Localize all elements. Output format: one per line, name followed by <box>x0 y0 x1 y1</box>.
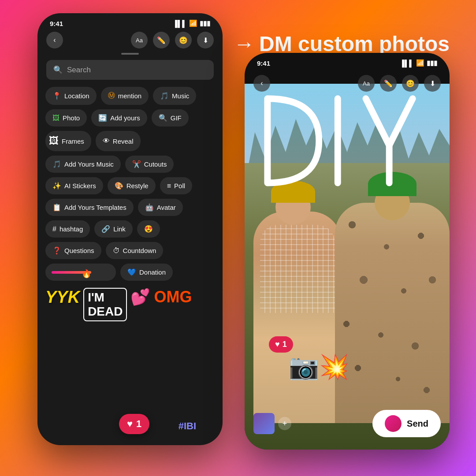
time-right: 9:41 <box>257 60 270 67</box>
sticker-button-right[interactable]: 😊 <box>402 75 419 92</box>
draw-button-right[interactable]: ✏️ <box>380 75 397 92</box>
chips-container: 📍 Location Ⓜ mention 🎵 Music 🖼 Photo 🔄 A… <box>37 87 223 281</box>
poll-label: Poll <box>174 182 185 190</box>
poll-chip[interactable]: ≡ Poll <box>160 177 192 194</box>
add-yours-music-chip[interactable]: 🎵 Add Yours Music <box>45 156 121 173</box>
top-toolbar-left: ‹ Aa ✏️ 😊 ⬇ <box>37 27 223 53</box>
add-photo-button[interactable]: + <box>278 417 291 430</box>
add-yours-templates-icon: 📋 <box>52 203 61 212</box>
link-chip[interactable]: 🔗 Link <box>94 220 133 238</box>
font-button[interactable]: Aa <box>131 32 148 48</box>
emoji-icon: 😍 <box>144 225 153 233</box>
donation-chip[interactable]: 💙 Donation <box>120 264 173 281</box>
photo-thumbnail <box>253 413 275 434</box>
emoji-chip[interactable]: 😍 <box>137 220 160 238</box>
signal-icon: ▐▌▌ <box>173 20 187 27</box>
ai-stickers-icon: ✨ <box>52 182 61 190</box>
back-button[interactable]: ‹ <box>46 32 63 48</box>
like-notification: ♥ 1 <box>269 336 293 353</box>
reveal-label: Reveal <box>113 138 134 145</box>
send-button[interactable]: Send <box>372 410 441 437</box>
slider-track: 🔥 <box>52 271 91 274</box>
link-icon: 🔗 <box>101 225 110 233</box>
wifi-icon: 📶 <box>189 19 197 27</box>
add-yours-music-label: Add Yours Music <box>64 160 114 168</box>
music-chip[interactable]: 🎵 Music <box>153 87 196 105</box>
time-left: 9:41 <box>50 20 63 27</box>
draw-button[interactable]: ✏️ <box>153 32 170 48</box>
plaid-shirt <box>260 225 335 313</box>
camera-flash-art: 📷💥 <box>289 353 350 381</box>
chips-row-4: 🎵 Add Yours Music ✂️ Cutouts <box>45 156 215 173</box>
hashtag-label: hashtag <box>60 225 83 233</box>
chips-row-8: ❓ Questions ⏱ Countdown <box>45 242 215 259</box>
font-button-right[interactable]: Aa <box>358 75 375 92</box>
thumbnail-add-area: + <box>253 413 291 434</box>
toolbar-right: ‹ Aa ✏️ 😊 ⬇ <box>245 71 450 96</box>
person-right <box>335 203 450 423</box>
leopard-pattern <box>335 203 450 423</box>
slider-thumb: 🔥 <box>82 269 91 279</box>
ai-stickers-chip[interactable]: ✨ AI Stickers <box>45 177 103 194</box>
sticker-4[interactable]: OMG <box>154 288 192 321</box>
search-bar[interactable]: 🔍 Search <box>46 60 214 80</box>
cutouts-chip[interactable]: ✂️ Cutouts <box>125 156 174 173</box>
photo-chip[interactable]: 🖼 Photo <box>45 109 87 126</box>
location-chip[interactable]: 📍 Location <box>45 87 97 105</box>
restyle-chip[interactable]: 🎨 Restyle <box>108 177 156 194</box>
avatar-chip[interactable]: 🤖 Avatar <box>138 199 183 216</box>
cutouts-label: Cutouts <box>144 160 167 168</box>
hashtag-icon: # <box>52 225 56 233</box>
gif-chip[interactable]: 🔍 GIF <box>152 109 189 126</box>
back-button-right[interactable]: ‹ <box>253 75 270 92</box>
diy-drawing <box>253 79 441 212</box>
status-icons-left: ▐▌▌ 📶 ▮▮▮ <box>173 19 210 27</box>
download-button[interactable]: ⬇ <box>197 32 214 48</box>
like-heart-icon: ♥ <box>275 340 280 349</box>
frames-label: Frames <box>62 138 84 145</box>
restyle-icon: 🎨 <box>115 182 123 190</box>
avatar-icon: 🤖 <box>145 203 154 212</box>
sticker-1[interactable]: YYK <box>45 288 80 321</box>
mention-chip[interactable]: Ⓜ mention <box>101 87 149 105</box>
heart-icon: ♥ <box>127 418 133 430</box>
add-yours-chip[interactable]: 🔄 Add yours <box>91 109 147 126</box>
questions-label: Questions <box>64 247 94 254</box>
sticker-2[interactable]: I'MDEAD <box>83 288 127 321</box>
left-phone: 9:41 ▐▌▌ 📶 ▮▮▮ ‹ Aa ✏️ 😊 ⬇ 🔍 Search 📍 Lo… <box>37 13 223 445</box>
poll-icon: ≡ <box>167 182 171 190</box>
reveal-icon: 👁 <box>103 137 110 145</box>
arrow-icon: → <box>234 32 255 56</box>
like-count: 1 <box>283 340 287 349</box>
photo-icon: 🖼 <box>52 114 60 122</box>
chips-row-1: 📍 Location Ⓜ mention 🎵 Music <box>45 87 215 105</box>
sticker-button[interactable]: 😊 <box>175 32 192 48</box>
chips-row-5: ✨ AI Stickers 🎨 Restyle ≡ Poll <box>45 177 215 194</box>
frames-chip[interactable]: 🖼 Frames <box>45 131 91 151</box>
photo-label: Photo <box>63 114 80 122</box>
chips-row-7: # hashtag 🔗 Link 😍 <box>45 220 215 238</box>
questions-chip[interactable]: ❓ Questions <box>45 242 101 259</box>
frames-icon: 🖼 <box>49 135 59 147</box>
search-icon: 🔍 <box>53 65 63 74</box>
hashtag-chip[interactable]: # hashtag <box>45 220 90 238</box>
heading-text: DM custom photos <box>259 32 450 56</box>
music-label: Music <box>172 92 189 100</box>
add-yours-templates-label: Add Yours Templates <box>64 204 126 211</box>
heart-count: 1 <box>136 418 141 430</box>
countdown-chip[interactable]: ⏱ Countdown <box>106 242 164 259</box>
heart-badge: ♥ 1 <box>119 414 149 434</box>
gif-icon: 🔍 <box>159 114 167 122</box>
status-icons-right: ▐▌▌ 📶 ▮▮▮ <box>400 59 437 67</box>
send-bar: + Send <box>245 410 450 437</box>
slider-chip[interactable]: 🔥 <box>45 264 116 281</box>
reveal-chip[interactable]: 👁 Reveal <box>96 131 141 151</box>
download-button-right[interactable]: ⬇ <box>424 75 441 92</box>
ai-stickers-label: AI Stickers <box>64 182 96 190</box>
add-yours-icon: 🔄 <box>98 114 107 122</box>
chips-row-6: 📋 Add Yours Templates 🤖 Avatar <box>45 199 215 216</box>
sticker-3[interactable]: 💕 <box>130 288 150 321</box>
stickers-row: YYK I'MDEAD 💕 OMG <box>37 281 223 321</box>
add-yours-templates-chip[interactable]: 📋 Add Yours Templates <box>45 199 134 216</box>
donation-icon: 💙 <box>127 268 136 276</box>
